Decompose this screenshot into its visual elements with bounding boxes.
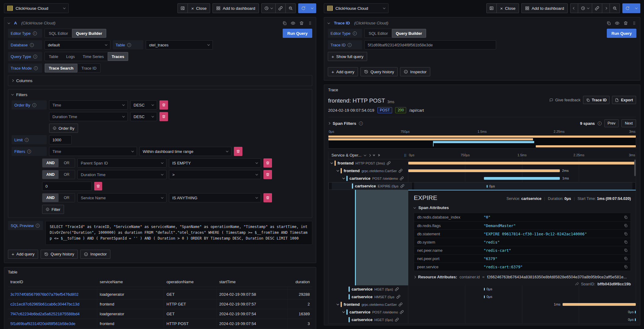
toggle-visibility-icon[interactable] <box>291 21 295 25</box>
link-icon[interactable] <box>575 282 579 286</box>
info-icon[interactable]: i <box>27 150 31 154</box>
filter-op-select[interactable]: IS EMPTY <box>169 158 261 168</box>
filters-section-header[interactable]: Filters <box>8 89 312 100</box>
zoom-out-button[interactable] <box>610 3 620 13</box>
run-refresh-button[interactable] <box>298 3 309 13</box>
info-icon[interactable]: i <box>25 138 29 142</box>
scrollbar-thumb[interactable] <box>634 160 636 176</box>
trace-minimap[interactable] <box>328 134 636 149</box>
span-bar[interactable] <box>487 185 488 188</box>
time-picker-button[interactable] <box>261 3 276 13</box>
add-filter-button[interactable]: Filter <box>42 205 64 214</box>
toggle-visibility-icon[interactable] <box>615 21 619 25</box>
split-view-button[interactable] <box>486 3 497 13</box>
link-button[interactable] <box>592 3 602 13</box>
query-type-traces[interactable]: Traces <box>108 52 128 61</box>
span-row-selected[interactable]: cartserviceEXPIRE (0μs 0μs <box>328 182 636 190</box>
col-header-duration[interactable]: duration <box>288 277 312 287</box>
close-split-button[interactable]: ×Close <box>188 3 210 13</box>
run-query-button[interactable]: Run Query <box>283 29 312 38</box>
remove-filter-button[interactable] <box>234 147 242 156</box>
link-icon[interactable] <box>399 169 402 173</box>
span-row[interactable]: cartservicePOST /oteldemo 1ms <box>328 175 636 182</box>
show-full-query-button[interactable]: +Show full query <box>328 52 367 61</box>
order-by-dir-select[interactable]: DESC <box>130 112 157 121</box>
or-option[interactable]: OR <box>59 159 75 167</box>
span-row[interactable]: cartserviceHGET (0μs) 0μs <box>328 316 636 324</box>
trace-id-link[interactable]: 7f47c62234b6bd2a5a62521875588bd4 <box>10 312 80 316</box>
split-view-button[interactable] <box>177 3 188 13</box>
info-icon[interactable]: i <box>36 224 40 228</box>
span-row[interactable]: cartserviceHGET (0μs) 0μs <box>328 285 636 293</box>
limit-input[interactable] <box>49 135 72 144</box>
info-icon[interactable]: i <box>30 43 34 47</box>
query-header[interactable]: A (ClickHouse Cloud) <box>4 17 316 29</box>
copy-icon[interactable] <box>624 215 628 219</box>
copy-icon[interactable] <box>624 248 628 252</box>
copy-icon[interactable] <box>624 240 628 244</box>
link-icon[interactable] <box>400 184 404 188</box>
next-span-button[interactable]: Next <box>621 119 636 127</box>
drag-handle-icon[interactable] <box>632 21 636 25</box>
export-button[interactable]: Export <box>612 96 636 104</box>
datasource-picker[interactable]: ClickHouse Cloud <box>4 3 69 13</box>
span-bar[interactable] <box>484 288 485 291</box>
trace-id-link[interactable]: 3c7074f085679976b07a79ef5476d802 <box>10 292 78 297</box>
order-by-dir-select[interactable]: DESC <box>130 100 157 110</box>
sql-editor-option[interactable]: SQL Editor <box>45 29 72 38</box>
chevron-down-icon[interactable] <box>342 310 345 313</box>
remove-filter-button[interactable] <box>263 193 272 202</box>
drag-handle-icon[interactable] <box>308 21 312 25</box>
sql-editor-option[interactable]: SQL Editor <box>365 29 392 38</box>
chevron-down-icon[interactable] <box>337 303 339 305</box>
filter-op-select[interactable]: > <box>169 170 261 179</box>
refresh-interval-dropdown[interactable] <box>632 3 640 13</box>
link-icon[interactable] <box>396 295 400 299</box>
time-picker-button[interactable] <box>578 3 592 13</box>
give-feedback-button[interactable]: Give feedback <box>549 98 581 102</box>
add-to-dashboard-button[interactable]: Add to dashboard <box>521 3 568 13</box>
or-option[interactable]: OR <box>59 170 75 179</box>
info-icon[interactable]: i <box>33 31 37 35</box>
add-order-by-button[interactable]: Order By <box>49 124 78 133</box>
trace-id-button[interactable]: Trace ID <box>583 96 610 104</box>
info-icon[interactable]: i <box>359 121 363 125</box>
zoom-out-button[interactable] <box>285 3 296 13</box>
filter-field-select[interactable]: Time <box>49 147 137 156</box>
query-header[interactable]: Trace ID (ClickHouse Cloud) <box>324 17 640 29</box>
remove-filter-button[interactable] <box>263 158 272 168</box>
chevron-down-icon[interactable] <box>364 154 366 156</box>
time-shift-left-button[interactable] <box>570 3 578 13</box>
info-icon[interactable]: i <box>348 43 352 47</box>
info-icon[interactable]: i <box>127 43 131 47</box>
info-icon[interactable]: i <box>32 103 36 107</box>
close-split-button[interactable]: ×Close <box>496 3 519 13</box>
database-select[interactable]: default <box>45 40 110 49</box>
and-option[interactable]: AND <box>42 170 59 179</box>
run-query-button[interactable]: Run Query <box>607 29 636 38</box>
filter-op-select[interactable]: Within dashboard time range <box>139 147 231 156</box>
query-history-button[interactable]: Query history <box>41 250 78 259</box>
prev-span-button[interactable]: Prev <box>604 119 619 127</box>
link-icon[interactable] <box>399 302 402 306</box>
remove-filter-button[interactable] <box>263 170 272 179</box>
order-by-field-select[interactable]: Duration Time <box>49 112 128 121</box>
span-bar[interactable] <box>484 177 560 180</box>
delete-query-icon[interactable] <box>299 21 304 25</box>
col-header-startTime[interactable]: startTime <box>217 277 288 287</box>
info-icon[interactable]: i <box>34 66 38 70</box>
info-icon[interactable]: i <box>598 121 602 125</box>
col-header-operationName[interactable]: operationName <box>164 277 217 287</box>
span-row[interactable]: frontendgrpc.oteldemo.CartSer 2ms <box>328 167 636 175</box>
and-option[interactable]: AND <box>42 193 59 202</box>
copy-icon[interactable] <box>624 224 628 227</box>
query-type-logs[interactable]: Logs <box>62 52 79 61</box>
trace-mode-id[interactable]: Trace ID <box>77 64 100 72</box>
info-icon[interactable]: i <box>353 31 357 35</box>
span-row[interactable]: frontendHTTP POST (3ms) <box>328 159 636 167</box>
chevron-down-icon[interactable] <box>342 177 345 179</box>
query-builder-option[interactable]: Query Builder <box>392 29 426 38</box>
link-button[interactable] <box>275 3 286 13</box>
link-icon[interactable] <box>395 318 399 322</box>
filter-field-select[interactable]: Parent Span ID <box>77 158 166 168</box>
